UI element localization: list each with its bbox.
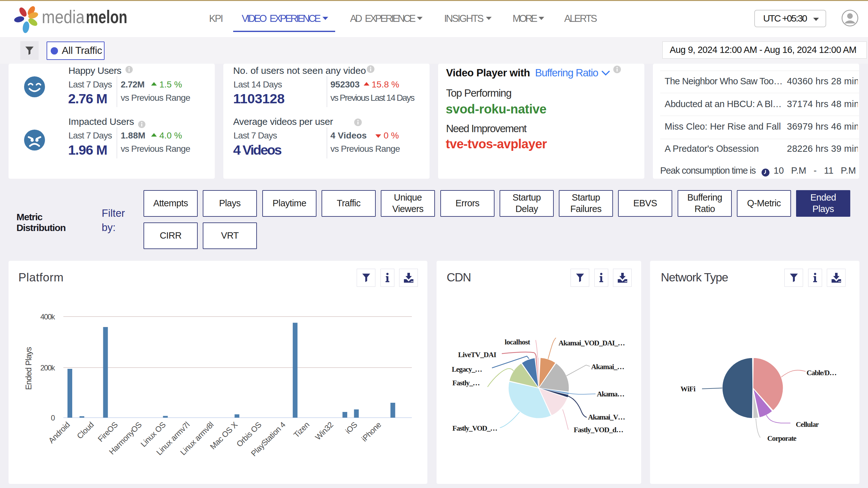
svg-text:iPhone: iPhone (360, 420, 383, 443)
svg-text:LiveTV_DAI: LiveTV_DAI (458, 351, 496, 359)
svg-text:Cloud: Cloud (75, 420, 95, 440)
svg-text:Tizen: Tizen (292, 420, 311, 439)
svg-text:Akamai_VOD_DAI_…: Akamai_VOD_DAI_… (558, 339, 625, 347)
svg-text:Fastly_VOD_d…: Fastly_VOD_d… (574, 426, 623, 434)
svg-text:Akamai_…: Akamai_… (591, 363, 624, 371)
svg-text:Fastly_…: Fastly_… (453, 379, 479, 387)
svg-text:Android: Android (46, 420, 71, 445)
svg-text:Win32: Win32 (313, 420, 335, 442)
svg-text:Legacy_…: Legacy_… (452, 365, 482, 373)
svg-text:localhost: localhost (505, 338, 530, 346)
svg-text:400k: 400k (40, 312, 56, 321)
svg-text:Ended Plays: Ended Plays (24, 347, 33, 390)
svg-text:Corporate: Corporate (767, 434, 797, 443)
svg-text:Akamai_V…: Akamai_V… (588, 413, 625, 421)
svg-text:Cellular: Cellular (796, 421, 819, 428)
svg-text:WiFi: WiFi (680, 385, 696, 393)
svg-text:0: 0 (51, 414, 55, 422)
svg-text:Fastly_VOD_…: Fastly_VOD_… (453, 424, 497, 432)
svg-text:melon: melon (86, 7, 127, 27)
svg-text:FireOS: FireOS (96, 420, 119, 444)
svg-text:Cable/D…: Cable/D… (807, 369, 836, 377)
svg-text:200k: 200k (40, 363, 56, 372)
svg-text:Akama…: Akama… (597, 390, 624, 398)
svg-text:media: media (42, 7, 85, 27)
svg-text:iOS: iOS (344, 420, 359, 435)
